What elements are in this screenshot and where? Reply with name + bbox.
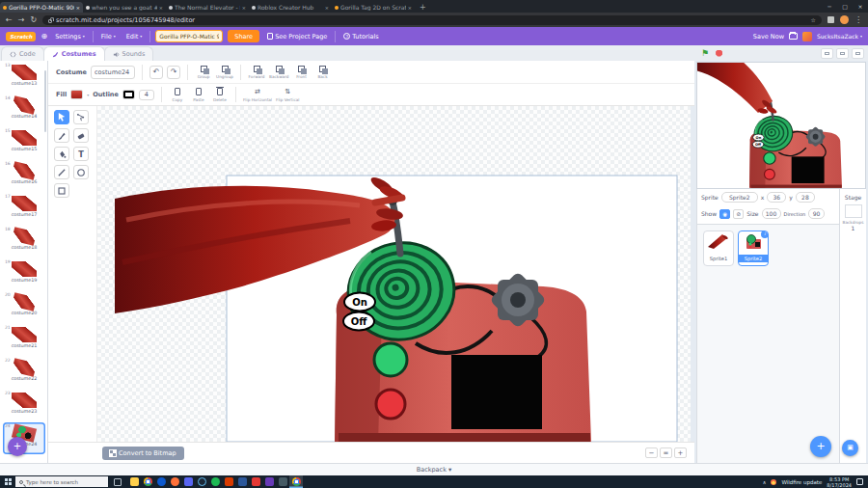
save-now-button[interactable]: Save Now [753, 33, 784, 41]
backward-button[interactable]: Backward [269, 65, 288, 79]
costume-item[interactable]: 14costume14 [3, 95, 45, 126]
group-button[interactable]: Group [195, 65, 212, 79]
back-button[interactable]: Back [314, 65, 332, 79]
costume-item[interactable]: 17costume17 [3, 193, 45, 225]
taskbar-app[interactable] [276, 475, 289, 488]
news-widget[interactable]: Wildfire update [781, 479, 822, 485]
forward-icon[interactable]: → [18, 13, 25, 27]
forward-button[interactable]: Forward [248, 65, 265, 79]
taskbar-search[interactable]: Type here to search [15, 476, 108, 487]
tutorials-button[interactable]: ? Tutorials [340, 27, 381, 45]
stage-panel[interactable]: Stage Backdrops 1 [839, 189, 866, 463]
paint-canvas[interactable]: On Off [96, 106, 691, 442]
sprite-info-icon[interactable]: i [761, 230, 769, 238]
tab-close-icon[interactable]: × [159, 5, 163, 11]
rectangle-tool[interactable] [54, 183, 69, 198]
taskbar-app[interactable] [181, 475, 195, 488]
zoom-reset-button[interactable]: = [660, 447, 672, 458]
share-button[interactable]: Share [228, 30, 259, 42]
tab-close-icon[interactable]: × [408, 5, 412, 11]
taskbar-app[interactable] [195, 475, 208, 488]
copy-button[interactable]: Copy [169, 88, 186, 102]
back-icon[interactable]: ← [6, 13, 13, 27]
taskbar-app[interactable] [127, 475, 141, 488]
fill-color-swatch[interactable] [70, 90, 83, 99]
reshape-tool[interactable] [73, 110, 89, 124]
flip-vertical-button[interactable]: ⇅Flip Vertical [276, 88, 299, 102]
show-off-button[interactable]: ⊘ [733, 209, 744, 219]
fullscreen-button[interactable] [852, 48, 864, 59]
fill-tool[interactable] [54, 147, 69, 161]
costume-item[interactable]: 19costume19 [3, 258, 45, 290]
taskbar-app[interactable] [262, 475, 276, 488]
language-globe-icon[interactable]: ⊕ [41, 32, 47, 41]
line-tool[interactable] [54, 165, 69, 179]
browser-tab-4[interactable]: Roblox Creator Hub × [249, 2, 332, 13]
tab-costumes[interactable]: Costumes [43, 46, 105, 61]
menu-settings[interactable]: Settings ▾ [52, 27, 88, 45]
taskbar-clock[interactable]: 8:53 PM 8/17/2024 [827, 476, 852, 488]
menu-edit[interactable]: Edit ▾ [123, 27, 146, 45]
taskbar-app[interactable] [141, 475, 154, 488]
taskbar-app-active[interactable] [289, 475, 303, 488]
browser-menu-icon[interactable]: ⋮ [854, 13, 862, 27]
my-stuff-folder-icon[interactable] [789, 33, 798, 40]
outline-width-input[interactable] [139, 90, 154, 100]
sprite-card-1[interactable]: Sprite1 [703, 230, 734, 266]
costume-item[interactable]: 18costume18 [3, 226, 45, 258]
costume-item[interactable]: 22costume22 [3, 357, 45, 389]
reload-icon[interactable]: ↻ [30, 13, 37, 27]
backpack-bar[interactable]: Backpack ▾ [0, 463, 868, 475]
costume-list-scrollbar[interactable] [44, 70, 47, 132]
sprite-name-input[interactable] [721, 192, 758, 203]
undo-icon[interactable]: ↶ [149, 66, 163, 79]
brush-tool[interactable] [54, 128, 69, 143]
browser-tab-5[interactable]: Gorilla Tag 2D on Scratch × [332, 2, 415, 13]
notification-center-button[interactable] [856, 478, 863, 485]
tab-close-icon[interactable]: × [325, 5, 329, 11]
costume-item[interactable]: 13costume13 [3, 62, 45, 94]
show-on-button[interactable]: ◉ [719, 209, 730, 219]
address-bar[interactable]: scratch.mit.edu/projects/1056745948/edit… [42, 15, 822, 25]
direction-input[interactable] [808, 208, 825, 219]
window-minimize-button[interactable]: ─ [822, 0, 837, 13]
front-button[interactable]: Front [293, 65, 311, 79]
green-flag-icon[interactable]: ⚑ [701, 48, 709, 58]
taskbar-app[interactable] [222, 475, 235, 488]
taskbar-app[interactable] [208, 475, 222, 488]
y-input[interactable] [796, 192, 815, 203]
outline-color-swatch[interactable] [122, 90, 135, 99]
costume-item[interactable]: 15costume15 [3, 127, 45, 159]
taskbar-app[interactable] [154, 475, 168, 488]
tab-sounds[interactable]: Sounds [104, 46, 154, 61]
user-avatar[interactable] [802, 32, 812, 41]
eraser-tool[interactable] [73, 128, 89, 143]
redo-icon[interactable]: ↷ [167, 66, 180, 79]
taskbar-app[interactable] [235, 475, 249, 488]
sprite-card-2[interactable]: i Sprite2 [738, 230, 769, 266]
news-flame-icon[interactable] [771, 479, 776, 485]
menu-file[interactable]: File ▾ [98, 27, 119, 45]
tab-code[interactable]: Code [1, 46, 44, 61]
large-stage-button[interactable] [836, 48, 849, 59]
select-tool[interactable] [54, 110, 69, 124]
x-input[interactable] [767, 192, 786, 203]
stage-preview[interactable] [696, 62, 866, 189]
ungroup-button[interactable]: Ungroup [216, 65, 233, 79]
browser-tab-2[interactable]: when you see a goat #gorillatag × [83, 2, 166, 13]
circle-tool[interactable] [73, 165, 89, 179]
bookmark-star-icon[interactable]: ☆ [811, 16, 816, 23]
delete-button[interactable]: Delete [211, 88, 229, 102]
start-button[interactable] [0, 475, 15, 488]
task-view-button[interactable] [114, 478, 122, 486]
small-stage-button[interactable] [821, 48, 833, 59]
scratch-logo[interactable]: Scratch [6, 32, 36, 41]
project-title-input[interactable] [155, 30, 223, 42]
costume-name-input[interactable] [91, 66, 135, 79]
taskbar-app[interactable] [168, 475, 181, 488]
window-close-button[interactable]: × [853, 0, 868, 13]
zoom-out-button[interactable]: − [645, 447, 658, 458]
browser-profile-avatar[interactable] [840, 15, 849, 24]
paste-button[interactable]: Paste [190, 88, 207, 102]
window-maximize-button[interactable]: ▢ [837, 0, 853, 13]
